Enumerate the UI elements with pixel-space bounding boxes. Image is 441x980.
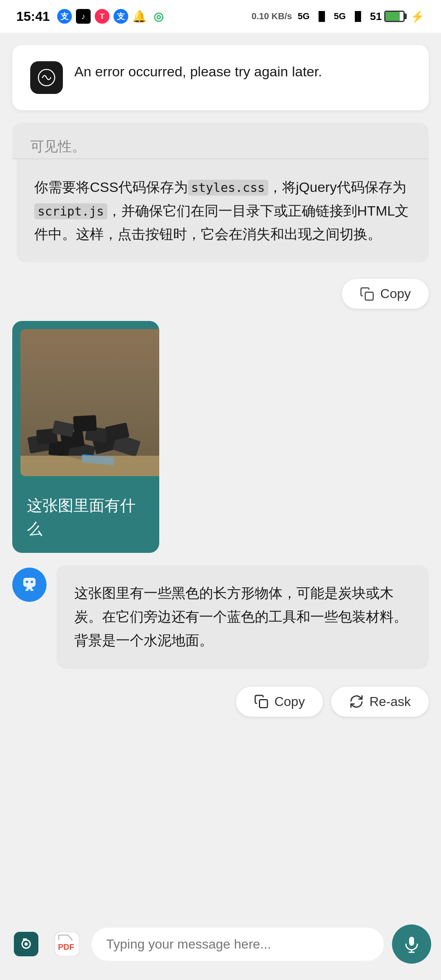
svg-point-5: [31, 581, 33, 583]
copy-icon-1: [360, 287, 374, 301]
reask-button[interactable]: Re-ask: [331, 687, 429, 717]
svg-rect-3: [27, 587, 32, 589]
bot-avatar-circle: [12, 568, 47, 602]
error-text: An error occurred, please try again late…: [74, 61, 322, 82]
ai-text-between-codes: ，将jQuery代码保存为: [268, 179, 406, 195]
signal-1: 5G: [298, 11, 310, 22]
copy-button-1[interactable]: Copy: [342, 279, 429, 309]
ai-main-text-bubble: 你需要将CSS代码保存为styles.css，将jQuery代码保存为scrip…: [16, 159, 429, 263]
copy-button-2[interactable]: Copy: [236, 687, 323, 717]
ai-response-block: 这张图里有一些黑色的长方形物体，可能是炭块或木炭。在它们旁边还有一个蓝色的工具和…: [12, 565, 429, 668]
user-image: [20, 329, 159, 476]
svg-point-4: [26, 581, 28, 583]
bot-icon: [19, 575, 40, 595]
copy-label-2: Copy: [274, 694, 305, 709]
copy-row-1: Copy: [12, 279, 429, 309]
charcoal-scene: [20, 329, 159, 476]
user-bubble-container: 这张图里面有什么: [12, 321, 159, 553]
svg-rect-1: [365, 292, 374, 300]
ai-response-text: 这张图里有一些黑色的长方形物体，可能是炭块或木炭。在它们旁边还有一个蓝色的工具和…: [74, 585, 408, 648]
app-icon-4: 支: [114, 9, 128, 24]
app-icon-7: ⊙: [170, 9, 185, 24]
ai-overflow-text: 可见性。: [12, 122, 429, 159]
battery: 51: [370, 10, 405, 23]
app-icon-5: 🔔: [132, 9, 147, 24]
message-input[interactable]: [106, 937, 369, 952]
ai-response-content: 这张图里有一些黑色的长方形物体，可能是炭块或木炭。在它们旁边还有一个蓝色的工具和…: [56, 565, 429, 668]
app-icon-1: 支: [57, 9, 72, 24]
svg-point-11: [24, 942, 28, 946]
svg-rect-7: [30, 589, 33, 591]
input-field-wrap[interactable]: [91, 928, 384, 961]
camera-icon: [14, 932, 38, 956]
svg-text:PDF: PDF: [58, 942, 74, 951]
signal-bars-1: ▐▌: [315, 11, 328, 22]
signal-2: 5G: [334, 11, 346, 22]
user-bubble-text: 这张图里面有什么: [12, 484, 159, 553]
user-message-bubble: 这张图里面有什么: [12, 321, 176, 553]
mic-icon: [402, 934, 421, 954]
network-speed: 0.10 KB/s: [252, 11, 292, 22]
pdf-icon: PDF: [55, 932, 79, 956]
action-row: Copy Re-ask: [12, 687, 429, 717]
mic-button[interactable]: [392, 924, 431, 964]
reask-icon: [349, 694, 364, 709]
input-bar: PDF: [0, 915, 441, 980]
copy-label-1: Copy: [380, 286, 411, 301]
bot-avatar-error: [30, 61, 63, 94]
svg-rect-15: [409, 937, 414, 946]
signal-bars-2: ▐▌: [352, 11, 364, 22]
svg-rect-12: [23, 938, 27, 941]
camera-button[interactable]: [10, 928, 42, 960]
pdf-button[interactable]: PDF: [51, 928, 83, 960]
app-icon-2: ♪: [76, 9, 91, 24]
battery-level: 51: [370, 10, 382, 23]
error-message-bubble: An error occurred, please try again late…: [12, 45, 429, 110]
battery-icon: [384, 11, 405, 22]
charging-icon: ⚡: [410, 10, 425, 23]
status-bar: 15:41 支 ♪ 𝕋 支 🔔 ◎ ⊙ 0.10 KB/s 5G ▐▌ 5G ▐…: [0, 0, 441, 33]
app-icon-6: ◎: [151, 9, 166, 24]
status-time: 15:41: [16, 9, 50, 24]
ai-text-before-code1: 你需要将CSS代码保存为: [34, 179, 188, 195]
code-script: script.js: [34, 203, 107, 219]
overflow-text-content: 可见性。: [30, 138, 86, 154]
user-message-text: 这张图里面有什么: [27, 497, 136, 537]
ai-text-message-block: 可见性。 你需要将CSS代码保存为styles.css，将jQuery代码保存为…: [12, 122, 429, 263]
status-right: 0.10 KB/s 5G ▐▌ 5G ▐▌ 51 ⚡: [252, 10, 425, 23]
reask-label: Re-ask: [370, 694, 411, 709]
svg-rect-2: [23, 578, 36, 587]
status-left: 15:41 支 ♪ 𝕋 支 🔔 ◎ ⊙: [16, 9, 185, 24]
copy-icon-2: [254, 694, 269, 709]
status-icons: 支 ♪ 𝕋 支 🔔 ◎ ⊙: [57, 9, 185, 24]
svg-rect-6: [25, 589, 29, 591]
chat-spacer: [12, 729, 429, 906]
chat-area: An error occurred, please try again late…: [0, 33, 441, 915]
battery-fill: [385, 12, 400, 21]
app-icon-3: 𝕋: [95, 9, 109, 24]
ai-response-bubble: 这张图里有一些黑色的长方形物体，可能是炭块或木炭。在它们旁边还有一个蓝色的工具和…: [56, 565, 429, 668]
code-styles: styles.css: [188, 180, 268, 196]
svg-rect-8: [259, 700, 267, 708]
